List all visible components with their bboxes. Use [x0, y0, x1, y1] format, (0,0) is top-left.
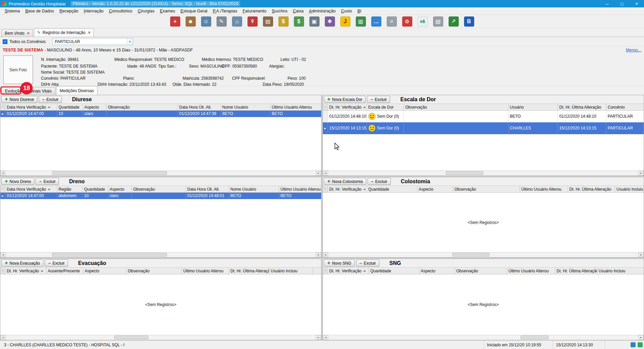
column-header[interactable]: Dt. Hr. Verificação: [328, 186, 367, 192]
tab-medicoes-diversas[interactable]: Medições Diversas: [56, 86, 98, 95]
excluir-dreno-button[interactable]: −Excluir: [36, 178, 59, 185]
scroll-left-icon[interactable]: ◂: [0, 171, 6, 176]
column-header[interactable]: Data Hora Últ. Alt.: [178, 104, 221, 110]
column-header[interactable]: Último Usuário Alterou: [182, 268, 229, 274]
column-header[interactable]: Último Usuário Alterou: [507, 268, 555, 274]
menu-item-bi[interactable]: BI: [355, 8, 364, 14]
column-header[interactable]: Último Usuário Alterou: [279, 186, 321, 192]
nova-evacuacao-button[interactable]: ✚Nova Evacuação: [1, 260, 43, 267]
scroll-right-icon[interactable]: ▸: [638, 253, 644, 257]
scroll-thumb[interactable]: [452, 253, 490, 257]
horizontal-scrollbar[interactable]: ◂ ▸: [323, 252, 644, 257]
nova-escala-dor-button[interactable]: ✚Nova Escala Dor: [324, 96, 366, 103]
column-header[interactable]: Data Hora Últ. Alt.: [186, 186, 229, 192]
documents-icon[interactable]: ▤: [433, 16, 443, 27]
menu-item-sistema[interactable]: Sistema: [2, 8, 23, 14]
todos-convenios-checkbox[interactable]: ✓: [3, 39, 7, 44]
excluir-escala-button[interactable]: −Excluir: [367, 96, 390, 103]
scroll-right-icon[interactable]: ▸: [316, 171, 321, 176]
scroll-left-icon[interactable]: ◂: [323, 253, 328, 257]
reception-icon[interactable]: ☺: [201, 16, 211, 27]
horizontal-scrollbar[interactable]: ◂ ▸: [0, 252, 321, 257]
power-icon[interactable]: ⊙: [402, 16, 412, 27]
maximize-button[interactable]: ▢: [614, 0, 629, 7]
scroll-thumb[interactable]: [446, 171, 483, 175]
table-row[interactable]: ▸ 01/12/2020 14:47:00 abdomem 10 claro 0…: [0, 193, 321, 199]
column-header[interactable]: Quantidade: [367, 186, 417, 192]
scroll-thumb[interactable]: [114, 336, 148, 339]
menu-item-administracao[interactable]: Administração: [306, 8, 338, 14]
column-header[interactable]: Observação: [132, 186, 186, 192]
convenio-select[interactable]: PARTICULAR ▾: [52, 38, 133, 45]
safe-icon[interactable]: ▣: [309, 16, 319, 27]
menu-item-estoque-geral[interactable]: Estoque Geral: [178, 8, 210, 14]
column-header[interactable]: Nome Usuário: [221, 104, 270, 110]
menu-item-faturamento[interactable]: Faturamento: [240, 8, 269, 14]
bed-icon[interactable]: ⌂: [232, 16, 242, 27]
column-header[interactable]: Aspecto: [417, 186, 453, 192]
excluir-colostomia-button[interactable]: −Excluir: [368, 178, 391, 185]
menu-item-custo[interactable]: Custo: [338, 8, 355, 14]
phone-j-icon[interactable]: J: [340, 16, 350, 27]
column-header[interactable]: Aspecto: [108, 186, 132, 192]
scroll-left-icon[interactable]: ◂: [0, 335, 6, 340]
menu-item-caixa[interactable]: Caixa: [290, 8, 306, 14]
chart-icon[interactable]: ↗: [449, 16, 459, 27]
column-header[interactable]: Ausente/Presente: [46, 268, 83, 274]
column-header[interactable]: Dt. Hr. Verificação: [328, 268, 369, 274]
column-header[interactable]: Observação: [453, 186, 520, 192]
menu-item-cirurgias[interactable]: Cirurgias: [135, 8, 157, 14]
column-header[interactable]: Usuário Incluiu: [597, 268, 644, 274]
column-header[interactable]: Dt. Hr. Última Alteração: [229, 268, 269, 274]
column-header[interactable]: Usuário Incluiu: [615, 186, 644, 192]
minimize-button[interactable]: —: [600, 0, 614, 7]
column-header[interactable]: Quantidade: [369, 268, 419, 274]
scroll-thumb[interactable]: [521, 336, 548, 339]
column-header[interactable]: Nome Usuário: [229, 186, 279, 192]
notes-icon[interactable]: ✎: [217, 16, 227, 27]
column-header[interactable]: Dt. Hr. Verificação: [5, 268, 46, 274]
scroll-left-icon[interactable]: ◂: [323, 335, 328, 340]
horizontal-scrollbar[interactable]: ◂ ▸: [323, 335, 644, 340]
novo-sng-button[interactable]: ✚Novo SNG: [324, 260, 355, 267]
bi-icon[interactable]: B: [464, 16, 474, 27]
column-header[interactable]: Data Hora Verificação: [5, 186, 57, 192]
chat-icon[interactable]: …: [371, 16, 381, 27]
emergency-icon[interactable]: +: [170, 16, 180, 27]
column-header[interactable]: Aspecto: [83, 268, 126, 274]
close-button[interactable]: ✕: [629, 0, 644, 7]
column-header[interactable]: Dt. Hr. Última Alteração: [568, 186, 615, 192]
column-header[interactable]: Convênio: [606, 104, 644, 110]
scroll-right-icon[interactable]: ▸: [638, 335, 644, 340]
scroll-right-icon[interactable]: ▸: [316, 253, 321, 257]
menu-item-pa-terapias[interactable]: P.A./Terapias: [210, 8, 240, 14]
scroll-thumb[interactable]: [52, 253, 167, 257]
column-header[interactable]: Quantidade: [83, 186, 108, 192]
close-icon[interactable]: ×: [88, 30, 90, 35]
column-header[interactable]: Data Hora Verificação: [5, 104, 57, 110]
esocial-icon[interactable]: e$: [418, 16, 428, 27]
horizontal-scrollbar[interactable]: ◂ ▸: [323, 170, 644, 176]
column-header[interactable]: Dt. Hr. Última Alteração: [555, 268, 597, 274]
menos-link[interactable]: Menos...: [626, 48, 641, 52]
excluir-sng-button[interactable]: −Excluir: [356, 260, 379, 267]
close-icon[interactable]: ×: [27, 31, 29, 36]
money-icon[interactable]: $: [294, 16, 304, 27]
column-header[interactable]: Observação: [404, 104, 508, 110]
menu-item-recepcao[interactable]: Recepção: [57, 8, 81, 14]
menu-item-exames[interactable]: Exames: [157, 8, 178, 14]
menu-item-sus-ans[interactable]: Sus/Ans: [269, 8, 290, 14]
tab-registros-internacao[interactable]: ✎ Registros de Internação ×: [34, 28, 94, 37]
excluir-diurese-button[interactable]: −Excluir: [39, 96, 62, 103]
scroll-right-icon[interactable]: ▸: [638, 171, 644, 176]
table-row[interactable]: 01/12/2020 14:48:10 Sem Dor (0) BETO 01/…: [323, 111, 644, 122]
horizontal-scrollbar[interactable]: ◂ ▸: [0, 335, 321, 340]
column-header[interactable]: Último Usuário Alterou: [520, 186, 568, 192]
column-header[interactable]: Aspecto: [419, 268, 455, 274]
scroll-right-icon[interactable]: ▸: [316, 335, 321, 340]
excluir-evacuacao-button[interactable]: −Excluir: [45, 260, 68, 267]
column-header[interactable]: Observação: [107, 104, 178, 110]
novo-diurese-button[interactable]: ✚Novo Diurese: [1, 96, 37, 103]
ambulance-icon[interactable]: ☤: [248, 16, 258, 27]
table-row[interactable]: ▸ 01/12/2020 14:47:00 10 claro 01/12/202…: [0, 111, 321, 117]
